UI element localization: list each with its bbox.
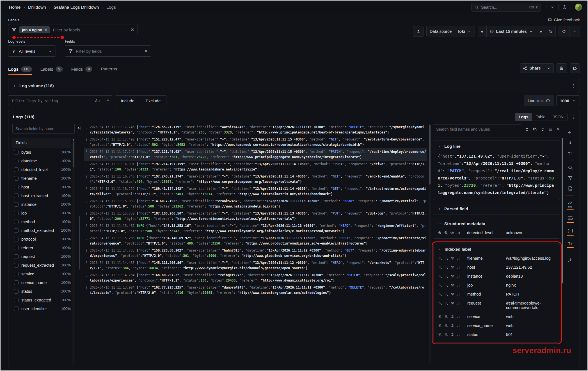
log-row-menu-icon[interactable]: ⋮ [85, 248, 90, 259]
global-search-input[interactable] [481, 5, 527, 10]
filter-exclude-icon[interactable] [444, 292, 448, 296]
field-checkbox[interactable] [14, 246, 19, 250]
log-row[interactable]: ⋮2026-04-13 11:11:15.988 {"host":"14.60.… [84, 198, 427, 210]
field-stats-icon[interactable] [457, 315, 461, 319]
field-list-item[interactable]: method100% [12, 217, 71, 226]
log-row-menu-icon[interactable]: ⋮ [85, 211, 90, 222]
log-row-menu-icon[interactable]: ⋮ [85, 162, 90, 172]
log-row-menu-icon[interactable]: ⋮ [85, 260, 90, 271]
filter-exclude-icon[interactable] [444, 301, 448, 305]
scroll-to-bottom-icon[interactable] [568, 137, 573, 148]
visualize-field-icon[interactable] [450, 315, 454, 319]
log-row-menu-icon[interactable]: ⋮ [85, 236, 90, 246]
field-checkbox[interactable] [14, 228, 19, 233]
log-row[interactable]: ⋮2026-04-13 11:11:15.738 {"host":"187.10… [84, 210, 427, 222]
filter-include-icon[interactable] [438, 301, 442, 305]
visualize-field-icon[interactable] [450, 231, 454, 235]
field-list-item[interactable]: status_extracted100% [12, 296, 71, 304]
string-filter-input[interactable] [8, 99, 93, 103]
table-view-icon[interactable] [548, 127, 553, 132]
refresh-interval-button[interactable] [569, 26, 580, 37]
resize-vertical-icon[interactable] [525, 127, 529, 132]
field-stats-icon[interactable] [456, 231, 460, 235]
filter-exclude-icon[interactable] [444, 324, 448, 328]
log-levels-dropdown[interactable]: All levels [8, 45, 56, 57]
field-checkbox[interactable] [14, 298, 19, 302]
filter-include-icon[interactable] [438, 265, 442, 269]
breadcrumb-item[interactable]: Home [9, 5, 20, 10]
field-list-item[interactable]: filename100% [12, 174, 71, 183]
view-mode-table[interactable]: Table [532, 113, 549, 121]
font-size-icon[interactable]: TT [567, 238, 574, 251]
field-stats-icon[interactable] [457, 274, 461, 278]
log-row[interactable]: ⋮2026-04-13 11:11:14.485 {"host":"145.11… [84, 259, 427, 272]
log-row[interactable]: ⋮2026-04-13 11:11:13.984 {"host":"102.77… [84, 284, 427, 296]
log-row-menu-icon[interactable]: ⋮ [85, 285, 90, 296]
log-row[interactable]: ⋮2026-04-13 11:11:16.239 {"host":"189.41… [84, 185, 427, 198]
field-checkbox[interactable] [14, 263, 19, 268]
export-button[interactable] [413, 26, 424, 37]
field-checkbox[interactable] [14, 193, 19, 198]
filter-exclude-icon[interactable] [444, 315, 448, 319]
field-list-item[interactable]: service100% [12, 269, 71, 278]
help-button[interactable]: ? [562, 5, 567, 9]
field-list-item[interactable]: datetime100% [12, 156, 71, 165]
details-search[interactable] [433, 124, 521, 134]
tab-patterns[interactable]: Patterns [101, 66, 117, 75]
field-list-item[interactable]: referer100% [12, 243, 71, 252]
filter-exclude-icon[interactable] [444, 265, 448, 269]
filter-include-icon[interactable] [438, 256, 442, 260]
regex-toggle[interactable]: .* [102, 98, 112, 103]
field-list-item[interactable]: job100% [12, 209, 71, 217]
label-filter-chip[interactable]: job = nginx ✕ [19, 26, 50, 33]
time-forward-button[interactable]: » [536, 26, 545, 37]
filter-include-icon[interactable] [438, 231, 442, 235]
filter-logs-icon[interactable] [568, 173, 573, 183]
new-menu-button[interactable] [545, 5, 554, 9]
log-row-menu-icon[interactable]: ⋮ [85, 199, 90, 209]
filter-exclude-icon[interactable] [444, 231, 448, 235]
field-checkbox[interactable] [14, 185, 19, 189]
save-button[interactable] [557, 63, 567, 73]
field-stats-icon[interactable] [457, 283, 461, 287]
visualize-field-icon[interactable] [450, 265, 454, 269]
field-stats-icon[interactable] [457, 301, 461, 305]
breadcrumb-item[interactable]: Drilldown [28, 5, 46, 10]
field-list-item[interactable]: user_identifier100% [12, 304, 71, 313]
fields-search[interactable] [12, 124, 75, 134]
labels-filter-combobox[interactable]: job = nginx ✕ Filter by labels ✕ [8, 24, 138, 35]
breadcrumb-item[interactable]: Logs [106, 5, 116, 10]
field-checkbox[interactable] [14, 254, 19, 259]
field-list-item[interactable]: detected_level100% [12, 165, 71, 174]
clear-fields-icon[interactable]: ✕ [144, 49, 148, 54]
field-list-item[interactable]: request100% [12, 252, 71, 261]
field-checkbox[interactable] [14, 176, 19, 181]
log-row[interactable]: ⋮2026-04-13 11:11:17.492 {"host":"151.22… [84, 136, 427, 148]
filter-exclude-icon[interactable] [444, 333, 448, 337]
view-mode-json[interactable]: JSON [549, 113, 567, 121]
field-list-item[interactable]: bytes100% [12, 148, 71, 156]
wrap-lines-icon[interactable] [567, 213, 574, 225]
avatar[interactable] [575, 3, 582, 11]
field-stats-icon[interactable] [457, 256, 461, 260]
filter-exclude-icon[interactable] [444, 274, 448, 278]
collapse-sections-icon[interactable] [541, 127, 545, 132]
view-mode-logs[interactable]: Logs [515, 113, 532, 121]
global-search[interactable]: ctrl+k [471, 3, 541, 12]
include-button[interactable]: Include [115, 98, 140, 103]
field-checkbox[interactable] [14, 307, 19, 311]
tab-logs[interactable]: Logs118 [8, 66, 32, 75]
panel-menu-icon[interactable]: ⋮ [571, 84, 576, 88]
log-row-menu-icon[interactable]: ⋮ [85, 223, 90, 234]
visualize-field-icon[interactable] [450, 333, 454, 337]
log-row-menu-icon[interactable]: ⋮ [85, 125, 90, 135]
filter-exclude-icon[interactable] [444, 256, 448, 260]
visualize-field-icon[interactable] [450, 292, 454, 296]
zoom-out-time-button[interactable] [545, 26, 556, 37]
line-limit-dropdown[interactable]: 1000 [556, 95, 580, 106]
visualize-field-icon[interactable] [450, 256, 454, 260]
sidebar-splitter-handle[interactable] [79, 216, 80, 269]
parsed-field-header[interactable]: Parsed field [438, 206, 555, 211]
exclude-button[interactable]: Exclude [140, 98, 166, 103]
log-details-icon[interactable]: LOG [568, 183, 573, 193]
